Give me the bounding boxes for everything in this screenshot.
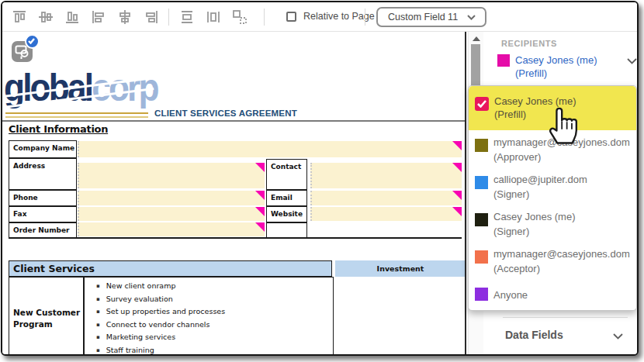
website-field[interactable] bbox=[310, 207, 462, 221]
custom-field-dropdown-value: Custom Field 11 bbox=[388, 12, 458, 22]
align-horizontal-center-icon bbox=[117, 9, 133, 25]
align-vertical-center-button[interactable] bbox=[38, 9, 54, 25]
menu-item-recipient-1[interactable]: Casey Jones (me) (Prefill) bbox=[469, 86, 636, 130]
toolbar-separator bbox=[168, 9, 169, 26]
phone-field[interactable] bbox=[78, 191, 265, 205]
recipient-color-swatch bbox=[497, 54, 510, 67]
contact-field[interactable] bbox=[310, 163, 462, 188]
chevron-down-icon[interactable] bbox=[613, 333, 623, 340]
selected-recipient-name: Casey Jones (me) bbox=[515, 53, 597, 67]
toolbar-separator bbox=[264, 9, 265, 26]
investment-header-cell: Investment bbox=[335, 260, 466, 277]
phone-label-cell: Phone bbox=[9, 190, 77, 206]
contact-label-cell: Contact bbox=[266, 159, 307, 190]
recipient-color-swatch bbox=[475, 213, 488, 226]
recipient-color-swatch bbox=[475, 288, 488, 301]
menu-item-recipient-4[interactable]: Casey Jones (me) (Signer) bbox=[469, 212, 636, 249]
list-item: Connect to vendor channels bbox=[96, 319, 333, 332]
list-item: Staff training bbox=[96, 344, 333, 354]
align-top-icon bbox=[12, 9, 27, 25]
recipient-name: Casey Jones (me) bbox=[493, 209, 575, 224]
distribute-horizontally-button[interactable] bbox=[206, 9, 221, 25]
title-rule bbox=[2, 120, 466, 122]
list-item: Marketing services bbox=[96, 331, 333, 344]
menu-item-recipient-3[interactable]: calliope@jupiter.dom (Signer) bbox=[469, 174, 636, 212]
distribute-horizontally-icon bbox=[206, 9, 221, 25]
recipients-dropdown-menu: Casey Jones (me) (Prefill) mymanager@cas… bbox=[468, 85, 637, 311]
logo-underline bbox=[5, 112, 148, 118]
email-label-cell: Email bbox=[266, 190, 307, 206]
scroll-up-arrow-icon[interactable] bbox=[473, 36, 480, 41]
align-top-button[interactable] bbox=[12, 9, 27, 25]
relative-to-page-label: Relative to Page bbox=[303, 11, 375, 22]
match-size-icon bbox=[232, 9, 248, 25]
order-number-field[interactable] bbox=[78, 222, 265, 236]
toolbar-separator bbox=[365, 9, 365, 26]
recipient-color-swatch bbox=[475, 176, 488, 189]
table-bottom-rule bbox=[9, 237, 462, 239]
document-title: CLIENT SERVICES AGREEMENT bbox=[154, 109, 297, 118]
empty-label-cell bbox=[266, 222, 307, 238]
recipient-name: calliope@jupiter.dom bbox=[493, 172, 587, 187]
scrollbar-thumb[interactable] bbox=[471, 44, 480, 86]
align-left-button[interactable] bbox=[91, 9, 106, 25]
recipient-name: mymanager@caseyjones.dom bbox=[493, 135, 630, 150]
menu-item-recipient-2[interactable]: mymanager@caseyjones.dom (Approver) bbox=[469, 137, 636, 174]
recipient-name: mymanager@caseyjones.dom bbox=[493, 247, 630, 261]
align-horizontal-center-button[interactable] bbox=[117, 9, 133, 25]
align-bottom-icon bbox=[64, 9, 80, 25]
menu-item-recipient-6[interactable]: Anyone bbox=[469, 286, 636, 323]
recipient-role: (Signer) bbox=[493, 187, 529, 202]
align-vertical-center-icon bbox=[38, 9, 54, 25]
field-toolbar: Relative to Page Custom Field 11 bbox=[2, 2, 637, 32]
list-item: New client onramp bbox=[96, 280, 333, 293]
relative-to-page-checkbox[interactable] bbox=[286, 12, 296, 22]
align-bottom-button[interactable] bbox=[64, 9, 80, 25]
recipient-name: Anyone bbox=[493, 288, 528, 302]
distribute-vertically-button[interactable] bbox=[179, 9, 195, 25]
align-right-button[interactable] bbox=[144, 9, 159, 25]
align-left-icon bbox=[91, 9, 106, 25]
verified-check-badge bbox=[25, 34, 40, 49]
services-bullet-list: New client onramp Survey evaluation Set … bbox=[83, 277, 334, 354]
recipient-role: (Signer) bbox=[493, 224, 529, 239]
data-fields-section-header[interactable]: Data Fields bbox=[505, 329, 563, 341]
recipient-color-swatch bbox=[475, 250, 488, 264]
recipient-role: (Prefill) bbox=[494, 109, 526, 120]
app-window: Relative to Page Custom Field 11 globalc… bbox=[1, 1, 639, 356]
fax-field[interactable] bbox=[78, 207, 265, 221]
selected-recipient-row[interactable]: Casey Jones (me) (Prefill) bbox=[497, 53, 631, 85]
checkmark-icon bbox=[28, 38, 35, 44]
logo-word-corp: corp bbox=[92, 65, 157, 109]
globalcorp-logo: globalcorp bbox=[4, 63, 150, 117]
document-page: globalcorp CLIENT SERVICES AGREEMENT Cli… bbox=[2, 32, 466, 354]
menu-item-recipient-5[interactable]: mymanager@caseyjones.dom (Acceptor) bbox=[469, 249, 636, 286]
address-label-cell: Address bbox=[9, 158, 77, 190]
client-information-heading: Client Information bbox=[9, 123, 108, 135]
company-name-label-cell: Company Name bbox=[9, 140, 77, 158]
recipient-role: (Acceptor) bbox=[493, 261, 540, 276]
list-item: Set up properties and processes bbox=[96, 305, 333, 319]
chevron-down-icon[interactable] bbox=[627, 58, 637, 64]
checkmark-icon bbox=[477, 100, 486, 108]
selected-checkbox[interactable] bbox=[475, 97, 489, 111]
recipient-color-swatch bbox=[475, 139, 488, 152]
chevron-down-icon bbox=[467, 15, 476, 20]
website-label-cell: Website bbox=[266, 206, 307, 222]
custom-field-dropdown[interactable]: Custom Field 11 bbox=[376, 7, 486, 27]
address-field[interactable] bbox=[78, 163, 265, 188]
selected-recipient-role: (Prefill) bbox=[515, 67, 547, 79]
match-size-button[interactable] bbox=[232, 9, 248, 25]
distribute-vertically-icon bbox=[179, 9, 195, 25]
fax-label-cell: Fax bbox=[9, 206, 77, 222]
document-right-edge bbox=[465, 32, 466, 354]
order-number-label-cell: Order Number bbox=[9, 222, 77, 239]
client-services-header-cell: Client Services bbox=[9, 260, 332, 277]
list-item: Survey evaluation bbox=[96, 293, 333, 306]
company-name-field[interactable] bbox=[78, 141, 462, 157]
align-right-icon bbox=[144, 9, 159, 25]
recipient-role: (Approver) bbox=[493, 150, 541, 164]
program-label-cell: New Customer Program bbox=[9, 277, 85, 354]
email-field[interactable] bbox=[310, 191, 462, 205]
recipients-section-label: RECIPIENTS bbox=[501, 39, 557, 48]
